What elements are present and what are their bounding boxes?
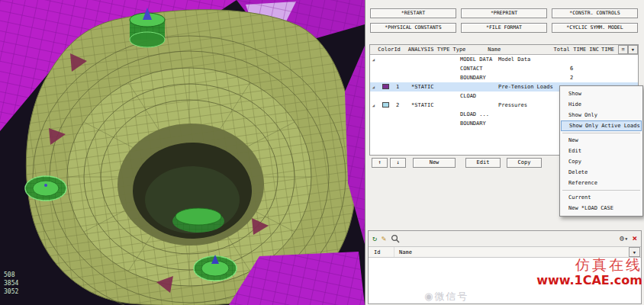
menu-item-show-only-active-loads[interactable]: Show Only Active Loads	[561, 120, 642, 131]
table-action-buttons: ↑ ↓ New Edit Copy	[372, 158, 542, 168]
cyclic-symm-model-button[interactable]: *CYCLIC SYMM. MODEL	[552, 23, 638, 33]
brand-name: 仿真在线	[536, 256, 642, 273]
mesh-stat-3: 3052	[4, 287, 18, 296]
search-icon	[391, 234, 400, 243]
refresh-icon[interactable]: ↻	[372, 232, 377, 246]
menu-item-hide[interactable]: Hide	[561, 99, 642, 110]
result-toolbar: ↻ ✎ ⚙ ▼ ×	[369, 231, 641, 247]
constr-controls-button[interactable]: *CONSTR. CONTROLS	[552, 8, 638, 18]
mesh-stat-1: 508	[4, 271, 18, 279]
menu-item-reference[interactable]: Reference	[561, 178, 642, 188]
menu-item-show-only[interactable]: Show Only	[561, 110, 642, 120]
color-swatch	[382, 84, 389, 89]
col-type: Type	[452, 45, 488, 54]
move-down-button[interactable]: ↓	[390, 158, 406, 168]
mesh-statistics: 508 3854 3052	[4, 271, 18, 296]
copy-button[interactable]: Copy	[507, 158, 542, 168]
table-header: Color Id ANALYSIS TYPE Type Name Total T…	[370, 45, 638, 55]
col-total: Total	[554, 45, 574, 54]
menu-item-copy[interactable]: Copy	[561, 156, 642, 167]
col-time-inc: TIME INC	[573, 45, 601, 54]
table-row-contact[interactable]: CONTACT 6	[370, 64, 638, 73]
expander-icon[interactable]: ◢	[370, 101, 377, 110]
restart-button[interactable]: *RESTART	[370, 8, 456, 18]
brand-url: www.1CAE.com	[536, 273, 642, 288]
menu-item-delete[interactable]: Delete	[561, 167, 642, 178]
menu-separator	[562, 190, 640, 191]
menu-item-edit[interactable]: Edit	[561, 146, 642, 156]
3d-viewport[interactable]: 508 3854 3052	[0, 0, 365, 305]
menu-item-current[interactable]: Current	[561, 192, 642, 203]
mesh-stat-2: 3854	[4, 279, 18, 287]
table-options-icon[interactable]: ≡	[618, 45, 628, 54]
col-time: TIME	[601, 45, 618, 54]
file-format-button[interactable]: *FILE FORMAT	[461, 23, 547, 33]
physical-constants-button[interactable]: *PHYSICAL CONSTANTS	[370, 23, 456, 33]
new-button[interactable]: New	[413, 158, 456, 168]
expander-icon[interactable]: ◢	[370, 82, 377, 92]
scroll-down-icon[interactable]: ▼	[628, 45, 638, 54]
result-col-id: Id	[369, 247, 394, 257]
app-window: 508 3854 3052 *RESTART *PREPRINT *CONSTR…	[0, 0, 644, 305]
col-analysis-type: ANALYSIS TYPE	[408, 45, 453, 54]
col-color: Color	[376, 45, 394, 54]
fea-model-render	[0, 0, 365, 305]
gear-icon[interactable]: ⚙	[620, 232, 624, 246]
brand-watermark: 仿真在线 www.1CAE.com	[536, 256, 642, 288]
pencil-icon[interactable]: ✎	[382, 232, 386, 246]
color-swatch	[382, 102, 389, 108]
move-up-button[interactable]: ↑	[372, 158, 388, 168]
menu-separator	[562, 133, 640, 133]
settings-control[interactable]: ⚙ ▼	[620, 232, 627, 246]
context-menu: Show Hide Show Only Show Only Active Loa…	[559, 85, 643, 217]
chevron-down-icon: ▼	[625, 236, 627, 241]
table-row-boundary-1[interactable]: BOUNDARY 2	[370, 73, 638, 82]
search-input[interactable]	[403, 233, 620, 244]
close-icon[interactable]: ×	[632, 232, 637, 246]
expander-icon[interactable]: ◢	[370, 55, 377, 64]
edit-button[interactable]: Edit	[465, 158, 501, 168]
preprint-button[interactable]: *PREPRINT	[461, 8, 547, 18]
col-name: Name	[488, 45, 553, 54]
menu-item-new[interactable]: New	[561, 135, 642, 146]
col-id: Id	[394, 45, 407, 54]
menu-item-show[interactable]: Show	[561, 88, 642, 99]
menu-item-new-load-case[interactable]: New *LOAD CASE	[561, 203, 642, 214]
wechat-watermark: ◉微信号	[424, 290, 469, 303]
table-row-model-data[interactable]: ◢ MODEL DATA Model Data	[370, 55, 638, 64]
keyword-button-grid: *RESTART *PREPRINT *CONSTR. CONTROLS *PH…	[370, 8, 638, 33]
